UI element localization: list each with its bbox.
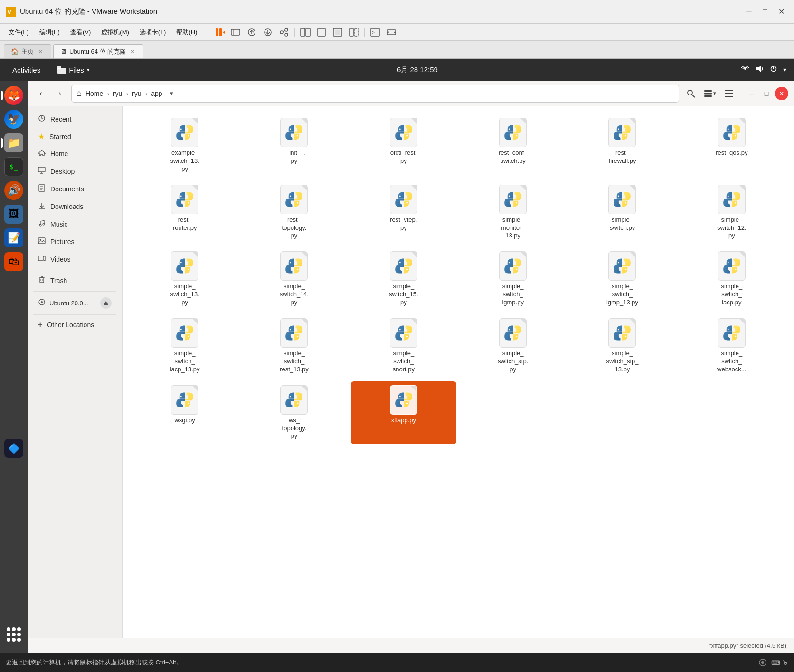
network-icon[interactable] — [740, 65, 750, 75]
view-full-icon[interactable] — [330, 26, 345, 39]
sidebar-item-ubuntu[interactable]: Ubuntu 20.0... — [30, 293, 119, 312]
file-item[interactable]: simple_ switch_14. py — [241, 247, 347, 311]
file-item[interactable]: simple_ switch_12. py — [679, 181, 785, 244]
sidebar-item-desktop[interactable]: Desktop — [30, 163, 119, 180]
menu-view[interactable]: 查看(V) — [66, 26, 95, 38]
sidebar-item-trash[interactable]: Trash — [30, 272, 119, 289]
file-item[interactable]: rest_ topology. py — [241, 181, 347, 244]
taskbar-files[interactable]: 📁 — [3, 132, 25, 154]
file-grid-container[interactable]: example_ switch_13. py __init__. py — [123, 106, 794, 638]
file-item[interactable]: simple_ switch_ igmp_13.py — [569, 247, 675, 311]
taskbar-unknown[interactable]: 🔷 — [3, 437, 25, 459]
tab-home-close[interactable]: ✕ — [37, 48, 44, 56]
view-split-icon[interactable] — [298, 26, 313, 39]
file-item[interactable]: simple_ switch_ websock... — [679, 314, 785, 378]
taskbar-thunderbird[interactable]: 🦅 — [3, 108, 25, 130]
file-item[interactable]: ws_ topology. py — [241, 381, 347, 445]
menu-file[interactable]: 文件(F) — [4, 26, 34, 38]
file-item[interactable]: __init__. py — [241, 114, 347, 177]
view-toggle-button[interactable]: ▾ — [701, 85, 719, 102]
minimize-button[interactable]: ─ — [742, 7, 756, 17]
window-minimize[interactable]: ─ — [745, 87, 758, 100]
file-item[interactable]: ofctl_rest. py — [351, 114, 456, 177]
forward-button[interactable]: › — [52, 86, 67, 101]
taskbar-photos[interactable]: 🖼 — [3, 203, 25, 225]
view-mirrored-icon[interactable] — [346, 26, 361, 39]
volume-icon[interactable] — [756, 65, 764, 75]
stretch-icon[interactable] — [384, 26, 399, 39]
file-item[interactable]: rest_qos.py — [679, 114, 785, 177]
sidebar-item-other-locations[interactable]: + Other Locations — [30, 317, 119, 333]
sidebar-item-pictures[interactable]: Pictures — [30, 233, 119, 250]
breadcrumb-bar[interactable]: ⌂ Home › ryu › ryu › app ▾ — [71, 85, 679, 103]
file-item[interactable]: simple_ switch_ snort.py — [351, 314, 456, 378]
tab-home[interactable]: 🏠 主页 ✕ — [4, 44, 51, 58]
svg-point-74 — [180, 195, 182, 197]
menu-help[interactable]: 帮助(H) — [171, 26, 202, 38]
breadcrumb-home[interactable]: Home — [83, 89, 106, 98]
file-item[interactable]: rest_vtep. py — [351, 181, 456, 244]
window-close[interactable]: ✕ — [775, 87, 788, 100]
file-item[interactable]: rest_conf_ switch.py — [460, 114, 566, 177]
file-item[interactable]: simple_ switch_ igmp.py — [460, 247, 566, 311]
pause-icon[interactable] — [212, 26, 227, 39]
sidebar-item-documents[interactable]: Documents — [30, 180, 119, 198]
view-single-icon[interactable] — [314, 26, 329, 39]
file-icon — [498, 185, 528, 214]
file-item[interactable]: xffapp.py — [351, 381, 456, 445]
menu-tabs[interactable]: 选项卡(T) — [135, 26, 171, 38]
file-item[interactable]: wsgi.py — [132, 381, 237, 445]
revert-icon[interactable] — [260, 26, 275, 39]
file-item[interactable]: example_ switch_13. py — [132, 114, 237, 177]
taskbar-writer[interactable]: 📝 — [3, 227, 25, 249]
window-maximize[interactable]: □ — [760, 87, 773, 100]
file-item[interactable]: rest_ router.py — [132, 181, 237, 244]
files-menu-button[interactable]: Files ▾ — [53, 64, 95, 76]
back-button[interactable]: ‹ — [33, 86, 48, 101]
file-item[interactable]: simple_ switch_ rest_13.py — [241, 314, 347, 378]
sidebar-item-music[interactable]: Music — [30, 216, 119, 233]
file-item[interactable]: simple_ switch_15. py — [351, 247, 456, 311]
console-icon[interactable]: >_ — [368, 26, 383, 39]
sidebar-item-videos[interactable]: Videos — [30, 251, 119, 268]
file-item[interactable]: simple_ switch_13. py — [132, 247, 237, 311]
topbar-datetime[interactable]: 6月 28 12:59 — [397, 66, 438, 75]
sidebar-item-recent[interactable]: Recent — [30, 111, 119, 128]
activities-button[interactable]: Activities — [8, 64, 45, 76]
file-item[interactable]: simple_ switch.py — [569, 181, 675, 244]
manage-snapshots-icon[interactable] — [276, 26, 292, 39]
breadcrumb-ryu1[interactable]: ryu — [110, 89, 125, 98]
file-item[interactable]: simple_ switch_stp. py — [460, 314, 566, 378]
tab-ubuntu-close[interactable]: ✕ — [129, 48, 136, 56]
system-menu-icon[interactable]: ▾ — [783, 66, 786, 74]
tab-ubuntu[interactable]: 🖥 Ubuntu 64 位 的克隆 ✕ — [53, 44, 143, 58]
taskbar-rhythmbox[interactable]: 🔊 — [3, 180, 25, 201]
breadcrumb-dropdown-button[interactable]: ▾ — [166, 88, 178, 99]
breadcrumb-ryu2[interactable]: ryu — [129, 89, 144, 98]
svg-point-110 — [180, 396, 182, 397]
file-item[interactable]: simple_ switch_ lacp.py — [679, 247, 785, 311]
file-item[interactable]: simple_ monitor_ 13.py — [460, 181, 566, 244]
send-ctrl-alt-del-icon[interactable] — [228, 26, 243, 39]
close-button[interactable]: ✕ — [774, 7, 788, 17]
menu-edit[interactable]: 编辑(E) — [35, 26, 65, 38]
file-item[interactable]: simple_ switch_stp_ 13.py — [569, 314, 675, 378]
breadcrumb-app[interactable]: app — [148, 89, 165, 98]
eject-button[interactable] — [100, 297, 112, 309]
sidebar-item-home[interactable]: Home — [30, 145, 119, 162]
power-icon[interactable] — [770, 65, 777, 75]
taskbar-terminal[interactable]: $_ — [3, 156, 25, 178]
file-item[interactable]: rest_ firewall.py — [569, 114, 675, 177]
taskbar-firefox[interactable]: 🦊 — [3, 85, 25, 106]
sidebar-item-downloads[interactable]: Downloads — [30, 198, 119, 215]
search-button[interactable] — [683, 85, 699, 102]
maximize-button[interactable]: □ — [758, 7, 772, 17]
taskbar-app-grid[interactable] — [3, 624, 25, 645]
taskbar-appstore[interactable]: 🛍 — [3, 251, 25, 273]
file-item[interactable]: simple_ switch_ lacp_13.py — [132, 314, 237, 378]
snapshot-icon[interactable] — [244, 26, 259, 39]
sidebar-item-starred[interactable]: ★ Starred — [30, 128, 119, 145]
hamburger-menu-button[interactable] — [721, 85, 737, 102]
menu-vm[interactable]: 虚拟机(M) — [96, 26, 134, 38]
svg-point-78 — [399, 195, 401, 197]
